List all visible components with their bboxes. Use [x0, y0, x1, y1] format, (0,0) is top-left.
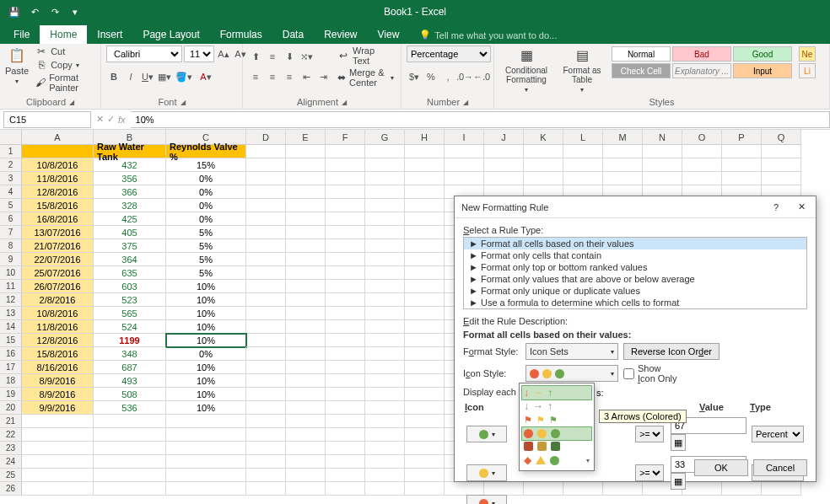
cell-tank[interactable]: 348 [94, 347, 166, 361]
cell[interactable] [286, 307, 326, 320]
tab-insert[interactable]: Insert [87, 25, 132, 44]
cell[interactable] [405, 347, 445, 361]
cell[interactable] [22, 482, 94, 496]
cell[interactable] [22, 442, 94, 455]
cell[interactable] [246, 401, 286, 415]
cell[interactable] [326, 361, 365, 374]
iconset-3arrows-gray[interactable]: ↓ → ↑ [522, 399, 591, 413]
cell[interactable] [524, 172, 563, 185]
cell[interactable] [365, 293, 405, 307]
cell[interactable] [405, 442, 445, 455]
conditional-formatting-button[interactable]: ▦ Conditional Formatting ▾ [499, 46, 553, 94]
save-icon[interactable]: 💾 [5, 3, 24, 21]
cell[interactable] [246, 280, 286, 293]
cell[interactable] [94, 415, 166, 428]
cell[interactable] [286, 482, 326, 496]
cell-tank[interactable]: 508 [94, 388, 166, 401]
cell-tank[interactable]: 536 [94, 401, 166, 415]
cell[interactable] [286, 361, 326, 374]
align-middle-button[interactable]: ≡ [265, 49, 280, 64]
cell-valve[interactable]: 0% [166, 199, 246, 212]
cell[interactable] [405, 145, 445, 158]
iconset-3symbols[interactable]: ◆ ▾ [522, 453, 591, 468]
cell-tank[interactable]: 425 [94, 212, 166, 226]
align-right-button[interactable]: ≡ [282, 69, 297, 84]
cell[interactable] [286, 185, 326, 199]
row-header[interactable]: 18 [0, 374, 22, 388]
align-top-button[interactable]: ⬆ [248, 49, 263, 64]
iconset-3trafficlights[interactable] [522, 427, 591, 440]
cell-styles-gallery[interactable]: Normal Bad Good Check Cell Explanatory .… [611, 46, 793, 79]
cell[interactable] [326, 469, 365, 482]
icon-slot-1[interactable]: ▾ [466, 426, 507, 442]
cell[interactable] [326, 158, 365, 172]
row-header[interactable]: 8 [0, 239, 22, 253]
cell-date[interactable]: 11/8/2016 [22, 320, 94, 334]
cell[interactable] [22, 469, 94, 482]
format-as-table-button[interactable]: ▤ Format as Table ▾ [558, 46, 606, 94]
cell[interactable] [94, 428, 166, 442]
dialog-launcher-icon[interactable]: ◢ [69, 99, 74, 106]
cell[interactable] [166, 482, 246, 496]
decrease-decimal-button[interactable]: ←.0 [474, 69, 489, 84]
cancel-button[interactable]: Cancel [753, 459, 807, 476]
row-header[interactable]: 10 [0, 266, 22, 280]
cell[interactable] [405, 455, 445, 469]
row-header[interactable]: 13 [0, 307, 22, 320]
cell[interactable] [166, 428, 246, 442]
cell-valve[interactable]: 5% [166, 239, 246, 253]
cell[interactable] [246, 415, 286, 428]
cell[interactable] [326, 253, 365, 266]
column-header-D[interactable]: D [246, 130, 286, 145]
cell-date[interactable]: 15/8/2016 [22, 347, 94, 361]
cell[interactable] [405, 266, 445, 280]
cell-valve[interactable]: 10% [166, 334, 246, 347]
header-cell-B[interactable]: Raw Water Tank [94, 145, 166, 158]
rule-type-item[interactable]: ► Format only unique or duplicate values [464, 285, 806, 297]
tab-review[interactable]: Review [314, 25, 367, 44]
copy-button[interactable]: ⎘Copy ▾ [34, 59, 95, 71]
cell[interactable] [365, 347, 405, 361]
paste-button[interactable]: 📋 Paste ▾ [5, 46, 29, 85]
cell[interactable] [326, 145, 365, 158]
cell-valve[interactable]: 10% [166, 280, 246, 293]
rule-type-list[interactable]: ► Format all cells based on their values… [463, 237, 807, 309]
cell[interactable] [246, 374, 286, 388]
cell[interactable] [365, 239, 405, 253]
rule-type-item[interactable]: ► Format only top or bottom ranked value… [464, 261, 806, 273]
cell[interactable] [246, 428, 286, 442]
style-explan[interactable]: Explanatory ... [672, 63, 731, 78]
cell-date[interactable]: 12/8/2016 [22, 334, 94, 347]
cell[interactable] [246, 347, 286, 361]
cell[interactable] [365, 185, 405, 199]
cell[interactable] [286, 415, 326, 428]
cell-valve[interactable]: 10% [166, 374, 246, 388]
cell[interactable] [405, 469, 445, 482]
cell[interactable] [246, 199, 286, 212]
cell-valve[interactable]: 5% [166, 253, 246, 266]
cell[interactable] [405, 172, 445, 185]
type-select-1[interactable]: Percent [752, 426, 804, 442]
comma-button[interactable]: , [440, 69, 455, 84]
cell[interactable] [286, 428, 326, 442]
style-normal[interactable]: Normal [612, 46, 671, 62]
cell[interactable] [365, 415, 405, 428]
cell[interactable] [286, 239, 326, 253]
style-bad[interactable]: Bad [672, 46, 731, 62]
cell[interactable] [682, 172, 722, 185]
number-format-select[interactable]: Percentage [407, 46, 491, 62]
cell[interactable] [286, 158, 326, 172]
close-icon[interactable]: ✕ [794, 201, 809, 212]
cell[interactable] [326, 185, 365, 199]
align-center-button[interactable]: ≡ [265, 69, 280, 84]
cell[interactable] [603, 172, 643, 185]
cell[interactable] [405, 239, 445, 253]
rule-type-item[interactable]: ► Use a formula to determine which cells… [464, 297, 806, 308]
column-header-I[interactable]: I [445, 130, 484, 145]
cell[interactable] [722, 158, 762, 172]
tab-view[interactable]: View [368, 25, 410, 44]
undo-icon[interactable]: ↶ [25, 3, 44, 21]
row-header[interactable]: 25 [0, 469, 22, 482]
column-header-N[interactable]: N [643, 130, 682, 145]
cell-valve[interactable]: 0% [166, 172, 246, 185]
